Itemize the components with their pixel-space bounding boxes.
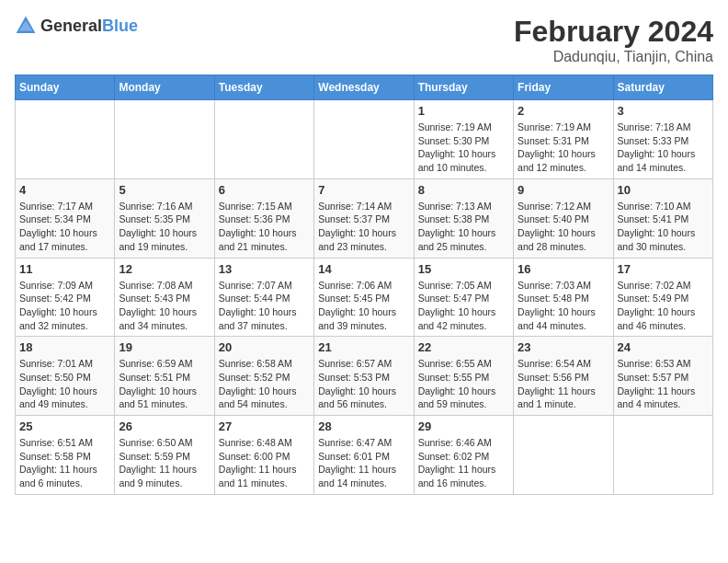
- day-info: Sunrise: 6:48 AMSunset: 6:00 PMDaylight:…: [219, 436, 310, 490]
- table-row: 19Sunrise: 6:59 AMSunset: 5:51 PMDayligh…: [115, 337, 214, 416]
- day-number: 7: [318, 183, 409, 197]
- day-number: 9: [518, 183, 609, 197]
- table-row: 11Sunrise: 7:09 AMSunset: 5:42 PMDayligh…: [16, 258, 115, 337]
- header-sunday: Sunday: [16, 75, 115, 100]
- title-block: February 2024 Dadunqiu, Tianjin, China: [514, 15, 713, 65]
- day-info: Sunrise: 6:58 AMSunset: 5:52 PMDaylight:…: [219, 357, 310, 411]
- day-info: Sunrise: 7:13 AMSunset: 5:38 PMDaylight:…: [418, 200, 509, 254]
- day-info: Sunrise: 7:19 AMSunset: 5:30 PMDaylight:…: [418, 121, 509, 175]
- day-info: Sunrise: 7:05 AMSunset: 5:47 PMDaylight:…: [418, 279, 509, 333]
- day-number: 25: [19, 419, 110, 433]
- header-saturday: Saturday: [613, 75, 712, 100]
- location-subtitle: Dadunqiu, Tianjin, China: [514, 49, 713, 65]
- header-monday: Monday: [115, 75, 214, 100]
- table-row: 3Sunrise: 7:18 AMSunset: 5:33 PMDaylight…: [613, 100, 712, 179]
- day-info: Sunrise: 6:57 AMSunset: 5:53 PMDaylight:…: [318, 357, 409, 411]
- table-row: 24Sunrise: 6:53 AMSunset: 5:57 PMDayligh…: [613, 337, 712, 416]
- day-info: Sunrise: 6:54 AMSunset: 5:56 PMDaylight:…: [518, 357, 609, 411]
- table-row: 18Sunrise: 7:01 AMSunset: 5:50 PMDayligh…: [16, 337, 115, 416]
- table-row: [115, 100, 214, 179]
- table-row: [16, 100, 115, 179]
- day-number: 22: [418, 340, 509, 354]
- day-info: Sunrise: 7:08 AMSunset: 5:43 PMDaylight:…: [119, 279, 210, 333]
- day-number: 19: [119, 340, 210, 354]
- day-number: 4: [19, 183, 110, 197]
- day-info: Sunrise: 6:50 AMSunset: 5:59 PMDaylight:…: [119, 436, 210, 490]
- day-info: Sunrise: 7:01 AMSunset: 5:50 PMDaylight:…: [19, 357, 110, 411]
- day-number: 3: [618, 104, 709, 118]
- day-number: 28: [318, 419, 409, 433]
- table-row: 15Sunrise: 7:05 AMSunset: 5:47 PMDayligh…: [414, 258, 513, 337]
- day-info: Sunrise: 7:07 AMSunset: 5:44 PMDaylight:…: [219, 279, 310, 333]
- day-number: 18: [19, 340, 110, 354]
- day-info: Sunrise: 6:51 AMSunset: 5:58 PMDaylight:…: [19, 436, 110, 490]
- day-number: 13: [219, 262, 310, 276]
- header-tuesday: Tuesday: [214, 75, 313, 100]
- table-row: [613, 416, 712, 495]
- weekday-header-row: Sunday Monday Tuesday Wednesday Thursday…: [16, 75, 713, 100]
- day-number: 20: [219, 340, 310, 354]
- calendar-week-row: 18Sunrise: 7:01 AMSunset: 5:50 PMDayligh…: [16, 337, 713, 416]
- table-row: 28Sunrise: 6:47 AMSunset: 6:01 PMDayligh…: [314, 416, 414, 495]
- day-info: Sunrise: 6:59 AMSunset: 5:51 PMDaylight:…: [119, 357, 210, 411]
- page-header: GeneralBlue February 2024 Dadunqiu, Tian…: [15, 15, 713, 65]
- table-row: [514, 416, 613, 495]
- calendar-table: Sunday Monday Tuesday Wednesday Thursday…: [15, 75, 713, 495]
- day-info: Sunrise: 7:19 AMSunset: 5:31 PMDaylight:…: [518, 121, 609, 175]
- table-row: [214, 100, 313, 179]
- day-info: Sunrise: 7:02 AMSunset: 5:49 PMDaylight:…: [618, 279, 709, 333]
- day-number: 12: [119, 262, 210, 276]
- table-row: 4Sunrise: 7:17 AMSunset: 5:34 PMDaylight…: [16, 178, 115, 258]
- table-row: 13Sunrise: 7:07 AMSunset: 5:44 PMDayligh…: [214, 258, 313, 337]
- day-info: Sunrise: 7:14 AMSunset: 5:37 PMDaylight:…: [318, 200, 409, 254]
- day-info: Sunrise: 6:55 AMSunset: 5:55 PMDaylight:…: [418, 357, 509, 411]
- calendar-week-row: 4Sunrise: 7:17 AMSunset: 5:34 PMDaylight…: [16, 178, 713, 258]
- day-number: 6: [219, 183, 310, 197]
- day-info: Sunrise: 7:10 AMSunset: 5:41 PMDaylight:…: [618, 200, 709, 254]
- day-number: 14: [318, 262, 409, 276]
- day-number: 27: [219, 419, 310, 433]
- day-number: 26: [119, 419, 210, 433]
- table-row: 9Sunrise: 7:12 AMSunset: 5:40 PMDaylight…: [514, 178, 613, 258]
- table-row: 7Sunrise: 7:14 AMSunset: 5:37 PMDaylight…: [314, 178, 414, 258]
- day-info: Sunrise: 7:18 AMSunset: 5:33 PMDaylight:…: [618, 121, 709, 175]
- day-number: 21: [318, 340, 409, 354]
- day-info: Sunrise: 6:46 AMSunset: 6:02 PMDaylight:…: [418, 436, 509, 490]
- calendar-week-row: 1Sunrise: 7:19 AMSunset: 5:30 PMDaylight…: [16, 100, 713, 179]
- month-year-title: February 2024: [514, 15, 713, 49]
- table-row: 8Sunrise: 7:13 AMSunset: 5:38 PMDaylight…: [414, 178, 513, 258]
- day-number: 8: [418, 183, 509, 197]
- calendar-week-row: 11Sunrise: 7:09 AMSunset: 5:42 PMDayligh…: [16, 258, 713, 337]
- table-row: 22Sunrise: 6:55 AMSunset: 5:55 PMDayligh…: [414, 337, 513, 416]
- day-number: 17: [618, 262, 709, 276]
- table-row: 2Sunrise: 7:19 AMSunset: 5:31 PMDaylight…: [514, 100, 613, 179]
- header-friday: Friday: [514, 75, 613, 100]
- day-info: Sunrise: 7:03 AMSunset: 5:48 PMDaylight:…: [518, 279, 609, 333]
- header-wednesday: Wednesday: [314, 75, 414, 100]
- day-number: 15: [418, 262, 509, 276]
- day-info: Sunrise: 7:17 AMSunset: 5:34 PMDaylight:…: [19, 200, 110, 254]
- table-row: 16Sunrise: 7:03 AMSunset: 5:48 PMDayligh…: [514, 258, 613, 337]
- day-info: Sunrise: 7:16 AMSunset: 5:35 PMDaylight:…: [119, 200, 210, 254]
- header-thursday: Thursday: [414, 75, 513, 100]
- table-row: 20Sunrise: 6:58 AMSunset: 5:52 PMDayligh…: [214, 337, 313, 416]
- day-info: Sunrise: 7:06 AMSunset: 5:45 PMDaylight:…: [318, 279, 409, 333]
- table-row: 21Sunrise: 6:57 AMSunset: 5:53 PMDayligh…: [314, 337, 414, 416]
- day-number: 24: [618, 340, 709, 354]
- table-row: 14Sunrise: 7:06 AMSunset: 5:45 PMDayligh…: [314, 258, 414, 337]
- table-row: 1Sunrise: 7:19 AMSunset: 5:30 PMDaylight…: [414, 100, 513, 179]
- day-number: 10: [618, 183, 709, 197]
- calendar-week-row: 25Sunrise: 6:51 AMSunset: 5:58 PMDayligh…: [16, 416, 713, 495]
- table-row: 6Sunrise: 7:15 AMSunset: 5:36 PMDaylight…: [214, 178, 313, 258]
- logo: GeneralBlue: [15, 15, 138, 37]
- table-row: [314, 100, 414, 179]
- day-number: 1: [418, 104, 509, 118]
- day-number: 16: [518, 262, 609, 276]
- day-info: Sunrise: 7:12 AMSunset: 5:40 PMDaylight:…: [518, 200, 609, 254]
- day-number: 11: [19, 262, 110, 276]
- table-row: 12Sunrise: 7:08 AMSunset: 5:43 PMDayligh…: [115, 258, 214, 337]
- logo-icon: [15, 15, 37, 37]
- table-row: 26Sunrise: 6:50 AMSunset: 5:59 PMDayligh…: [115, 416, 214, 495]
- day-info: Sunrise: 7:15 AMSunset: 5:36 PMDaylight:…: [219, 200, 310, 254]
- table-row: 10Sunrise: 7:10 AMSunset: 5:41 PMDayligh…: [613, 178, 712, 258]
